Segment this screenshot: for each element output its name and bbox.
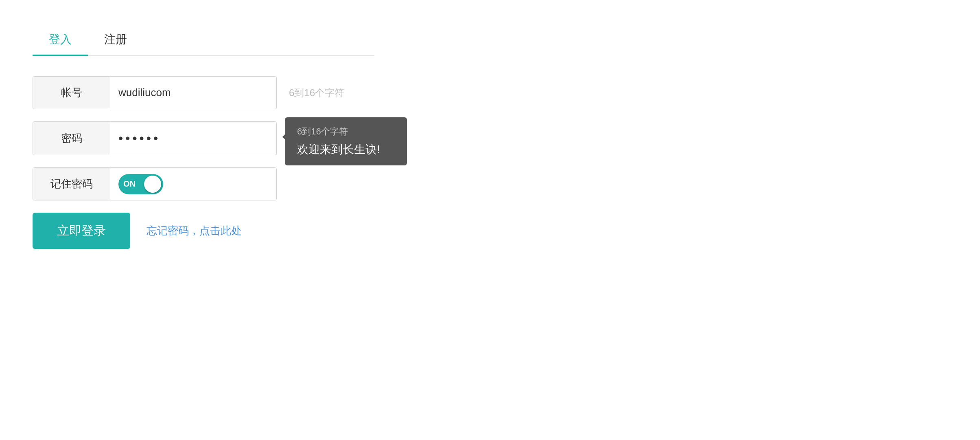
password-dots: •••••• bbox=[110, 122, 276, 155]
account-hint: 6到16个字符 bbox=[289, 86, 344, 99]
account-field-box: 帐号 bbox=[33, 76, 277, 109]
login-tooltip: 6到16个字符 欢迎来到长生诀! bbox=[285, 117, 407, 165]
account-label: 帐号 bbox=[33, 77, 110, 109]
account-row: 帐号 6到16个字符 bbox=[33, 76, 374, 109]
tab-register[interactable]: 注册 bbox=[88, 24, 143, 56]
remember-field-box: 记住密码 ON bbox=[33, 167, 277, 200]
login-action-row: 立即登录 忘记密码，点击此处 bbox=[33, 213, 374, 249]
remember-toggle[interactable]: ON bbox=[118, 174, 163, 194]
tab-login[interactable]: 登入 bbox=[33, 24, 88, 56]
password-row: 密码 •••••• 6到16个字符 欢迎来到长生诀! bbox=[33, 121, 374, 155]
login-button[interactable]: 立即登录 bbox=[33, 213, 130, 249]
password-label: 密码 bbox=[33, 122, 110, 155]
remember-label: 记住密码 bbox=[33, 168, 110, 200]
remember-toggle-area: ON bbox=[110, 168, 276, 200]
password-field-box: 密码 •••••• bbox=[33, 121, 277, 155]
forgot-password-link[interactable]: 忘记密码，点击此处 bbox=[147, 224, 242, 238]
remember-row: 记住密码 ON bbox=[33, 167, 374, 200]
tooltip-welcome: 欢迎来到长生诀! bbox=[297, 142, 395, 157]
toggle-on-text: ON bbox=[123, 179, 136, 189]
auth-tabs: 登入 注册 bbox=[33, 24, 374, 56]
toggle-knob bbox=[144, 176, 161, 193]
account-input[interactable] bbox=[110, 77, 276, 109]
tooltip-hint: 6到16个字符 bbox=[297, 125, 395, 138]
